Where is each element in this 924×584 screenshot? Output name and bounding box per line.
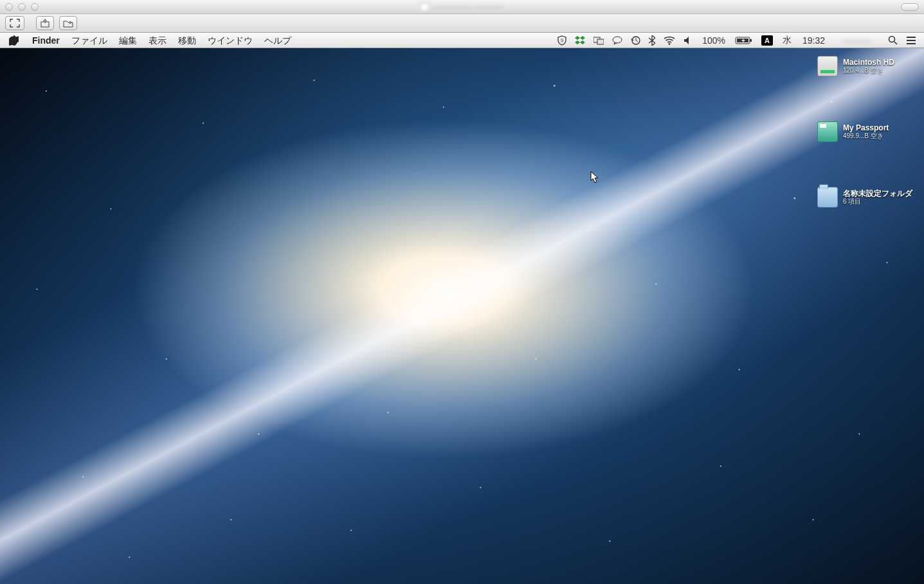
menu-window[interactable]: ウインドウ [202,33,258,48]
user-menu[interactable]: ——— [835,33,880,48]
displays-icon[interactable] [593,33,604,48]
icon-sublabel: 120.4...B 空き [843,67,901,75]
folder-arrow-icon [63,19,73,28]
menubar-right: S 100% A 水 19:32 ——— [557,33,924,48]
menu-file[interactable]: ファイル [66,33,113,48]
shield-icon[interactable]: S [557,33,566,48]
close-button[interactable] [5,3,13,11]
messages-icon[interactable] [612,33,622,48]
svg-text:S: S [561,38,564,42]
menu-go[interactable]: 移動 [172,33,202,48]
icon-label: My Passport [843,123,901,132]
bluetooth-icon[interactable] [649,33,655,48]
icon-label: 名称未設定フォルダ [843,189,912,198]
icon-sublabel: 6 項目 [843,198,912,206]
battery-percent[interactable]: 100% [701,33,727,48]
share-folder-button[interactable] [59,16,77,30]
volume-icon[interactable] [684,33,693,48]
menu-help[interactable]: ヘルプ [258,33,297,48]
internal-hdd-icon [817,56,838,76]
desktop-wallpaper[interactable]: Macintosh HD 120.4...B 空き My Passport 49… [0,48,924,584]
icon-sublabel: 499.9...B 空き [843,132,901,140]
notification-center-icon[interactable] [906,33,916,48]
host-titlebar: ————— ———— [0,0,924,14]
input-source[interactable]: A [761,33,773,48]
menu-view[interactable]: 表示 [143,33,172,48]
apple-menu[interactable] [0,35,26,46]
host-title-text: ————— ———— [433,3,504,12]
host-toolbar-group [36,16,77,30]
menubar-left: Finder ファイル 編集 表示 移動 ウインドウ ヘルプ [0,33,297,48]
folder-icon [817,187,838,208]
input-mode-label: A [761,35,773,46]
menubar: Finder ファイル 編集 表示 移動 ウインドウ ヘルプ S 100% A [0,33,924,48]
clock-time[interactable]: 19:32 [801,33,826,48]
svg-point-6 [669,43,671,45]
host-titlebar-pill[interactable] [901,3,919,11]
host-window-title: ————— ———— [420,3,504,12]
box-arrow-icon [40,19,50,28]
desktop-icon-macintosh-hd[interactable]: Macintosh HD 120.4...B 空き [817,56,912,76]
menu-edit[interactable]: 編集 [113,33,143,48]
battery-icon[interactable] [735,33,753,48]
install-tools-button[interactable] [36,16,54,30]
zoom-button[interactable] [31,3,39,11]
desktop-icons: Macintosh HD 120.4...B 空き My Passport 49… [817,56,912,208]
guest-desktop: Finder ファイル 編集 表示 移動 ウインドウ ヘルプ S 100% A [0,33,924,584]
wifi-icon[interactable] [664,33,675,48]
dropbox-icon[interactable] [575,33,585,48]
svg-point-4 [613,37,622,43]
host-window: ————— ———— Finder ファイル 編集 [0,0,924,584]
svg-rect-8 [750,39,752,42]
document-icon [420,3,429,12]
external-hdd-icon [817,121,838,142]
apple-icon [9,35,19,46]
fullscreen-icon [10,19,20,28]
minimize-button[interactable] [18,3,26,11]
clock-day[interactable]: 水 [781,33,793,48]
app-menu[interactable]: Finder [26,33,66,48]
host-toolbar [0,14,924,33]
svg-rect-3 [597,39,604,44]
spotlight-icon[interactable] [888,33,898,48]
svg-point-10 [889,37,895,42]
desktop-icon-untitled-folder[interactable]: 名称未設定フォルダ 6 項目 [817,187,912,208]
traffic-lights [0,3,39,11]
fullscreen-button[interactable] [5,16,24,30]
icon-label: Macintosh HD [843,58,901,67]
timemachine-icon[interactable] [631,33,640,48]
mouse-cursor [590,171,599,184]
desktop-icon-my-passport[interactable]: My Passport 499.9...B 空き [817,121,912,142]
